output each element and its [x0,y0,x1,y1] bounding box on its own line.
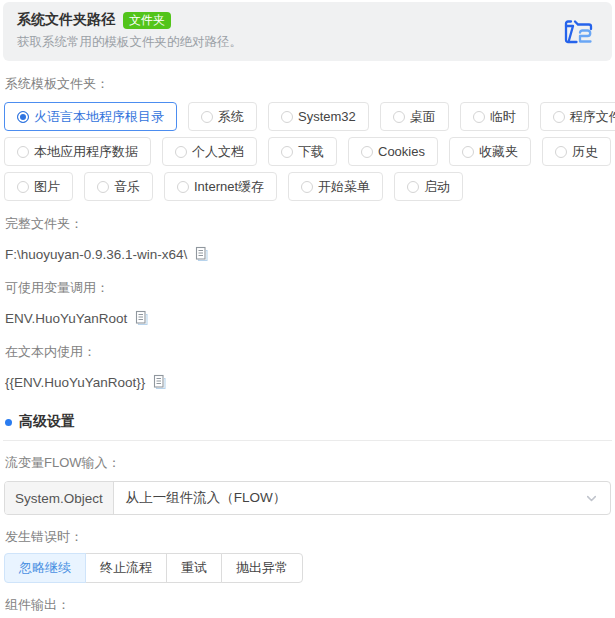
error-option-stop-flow[interactable]: 终止流程 [85,553,167,583]
variable-call-label: 可使用变量调用： [5,279,610,297]
radio-icon [17,181,29,193]
folder-option-internet-cache[interactable]: Internet缓存 [164,172,277,201]
error-option-retry[interactable]: 重试 [166,553,222,583]
radio-icon [301,181,313,193]
folder-option-label: Internet缓存 [194,178,264,196]
folder-option-documents[interactable]: 个人文档 [162,137,257,166]
folder-option-label: 历史 [572,143,598,161]
folder-option-label: 收藏夹 [479,143,518,161]
folder-option-history[interactable]: 历史 [542,137,611,166]
folder-option-label: 启动 [424,178,450,196]
advanced-settings-header: 高级设置 [5,413,610,431]
folder-option-pictures[interactable]: 图片 [4,172,73,201]
folder-option-label: 图片 [34,178,60,196]
full-folder-label: 完整文件夹： [5,215,610,233]
copy-icon[interactable] [152,374,167,390]
folder-option-program-files[interactable]: 程序文件 [540,102,615,131]
radio-icon [281,111,293,123]
page-title: 系统文件夹路径 [17,11,115,29]
flow-input-label: 流变量FLOW输入： [5,454,610,472]
error-option-ignore-continue[interactable]: 忽略继续 [4,553,86,583]
on-error-button-group: 忽略继续 终止流程 重试 抛出异常 [4,553,303,583]
radio-icon [17,146,29,158]
template-folder-label: 系统模板文件夹： [5,75,610,93]
flow-input-select[interactable]: System.Object 从上一组件流入（FLOW） [4,481,611,515]
component-header: 系统文件夹路径 文件夹 获取系统常用的模板文件夹的绝对路径。 [3,2,612,61]
folder-template-icon [562,17,596,47]
chevron-down-icon [585,492,610,505]
text-usage-value: {{ENV.HuoYuYanRoot}} [5,375,145,390]
radio-icon [555,146,567,158]
text-usage-label: 在文本内使用： [5,343,610,361]
component-settings-panel: 系统文件夹路径 文件夹 获取系统常用的模板文件夹的绝对路径。 系统模板文件夹： … [0,0,615,618]
folder-option-label: 本地应用程序数据 [34,143,138,161]
folder-option-desktop[interactable]: 桌面 [380,102,449,131]
folder-option-label: 系统 [218,108,244,126]
radio-icon [473,111,485,123]
folder-option-music[interactable]: 音乐 [84,172,153,201]
radio-icon [17,111,29,123]
radio-icon [177,181,189,193]
full-folder-value: F:\huoyuyan-0.9.36.1-win-x64\ [5,247,187,262]
folder-option-system32[interactable]: System32 [268,102,369,131]
folder-option-system[interactable]: 系统 [188,102,257,131]
options-row-2: 本地应用程序数据 个人文档 下载 Cookies 收藏夹 历史 [3,137,612,166]
flow-input-value: 从上一组件流入（FLOW） [114,489,585,507]
output-label: 组件输出： [5,596,610,614]
copy-icon[interactable] [134,310,149,326]
advanced-settings-title: 高级设置 [19,413,75,431]
page-description: 获取系统常用的模板文件夹的绝对路径。 [17,34,598,51]
folder-option-downloads[interactable]: 下载 [268,137,337,166]
text-usage-row: {{ENV.HuoYuYanRoot}} [5,374,610,390]
flow-input-type: System.Object [5,482,114,514]
radio-icon [393,111,405,123]
folder-option-label: 桌面 [410,108,436,126]
full-folder-row: F:\huoyuyan-0.9.36.1-win-x64\ [5,246,610,262]
radio-icon [201,111,213,123]
variable-call-value: ENV.HuoYuYanRoot [5,311,127,326]
radio-icon [281,146,293,158]
options-row-1: 火语言本地程序根目录 系统 System32 桌面 临时 程序文件 [3,102,612,131]
error-option-label: 终止流程 [100,559,152,577]
template-folder-options: 火语言本地程序根目录 系统 System32 桌面 临时 程序文件 [3,102,612,201]
folder-option-local-appdata[interactable]: 本地应用程序数据 [4,137,151,166]
folder-option-cookies[interactable]: Cookies [348,137,438,166]
error-option-label: 抛出异常 [236,559,288,577]
folder-option-label: 程序文件 [570,108,615,126]
radio-icon [462,146,474,158]
folder-option-label: Cookies [378,144,425,159]
copy-icon[interactable] [194,246,209,262]
variable-call-row: ENV.HuoYuYanRoot [5,310,610,326]
on-error-label: 发生错误时： [5,528,610,546]
folder-option-label: 临时 [490,108,516,126]
bullet-icon [5,419,12,426]
folder-option-label: 开始菜单 [318,178,370,196]
folder-option-huoyuyan-root[interactable]: 火语言本地程序根目录 [4,102,177,131]
folder-option-temp[interactable]: 临时 [460,102,529,131]
error-option-label: 忽略继续 [19,559,71,577]
folder-option-label: 音乐 [114,178,140,196]
folder-option-favorites[interactable]: 收藏夹 [449,137,531,166]
folder-option-start-menu[interactable]: 开始菜单 [288,172,383,201]
category-badge: 文件夹 [123,12,171,29]
error-option-throw-exception[interactable]: 抛出异常 [221,553,303,583]
section-divider [3,440,612,441]
radio-icon [175,146,187,158]
radio-icon [407,181,419,193]
error-option-label: 重试 [181,559,207,577]
folder-option-label: 火语言本地程序根目录 [34,108,164,126]
radio-icon [553,111,565,123]
folder-option-label: 下载 [298,143,324,161]
radio-icon [97,181,109,193]
radio-icon [361,146,373,158]
options-row-3: 图片 音乐 Internet缓存 开始菜单 启动 [3,172,612,201]
folder-option-startup[interactable]: 启动 [394,172,463,201]
folder-option-label: 个人文档 [192,143,244,161]
folder-option-label: System32 [298,109,356,124]
